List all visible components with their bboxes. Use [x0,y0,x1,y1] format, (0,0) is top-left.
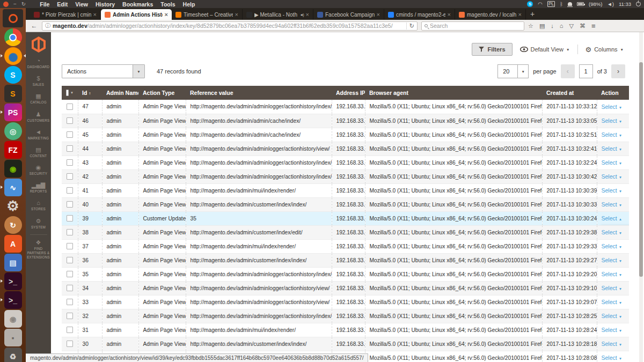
sidebar-item-customers[interactable]: ♟CUSTOMERS [26,108,51,126]
home-icon[interactable]: ⌂ [560,23,564,29]
previous-page-button[interactable]: ‹ [561,64,575,78]
launcher-ubuntu-launcher-icon[interactable] [3,9,23,27]
select-action-link[interactable]: Select [602,145,617,152]
column-header-browser-agent[interactable]: Browser agent [365,86,542,100]
sidebar-item-marketing[interactable]: ◄MARKETING [26,126,51,144]
page-scrollbar-track[interactable] [639,32,643,362]
select-action-link[interactable]: Select [602,271,617,277]
sidebar-item-find-partners-extensions[interactable]: ❖FIND PARTNERS & EXTENSIONS [26,237,51,263]
menu-help[interactable]: Help [183,1,195,8]
sidebar-item-dashboard[interactable]: ◔DASHBOARD [26,55,51,72]
new-tab-button[interactable]: + [530,10,535,18]
volume-icon[interactable]: ◄) [607,1,614,7]
row-checkbox[interactable] [67,257,73,263]
battery-icon[interactable] [577,2,584,6]
row-checkbox[interactable] [67,299,73,305]
column-header-admin-name[interactable]: Admin Name [102,86,138,100]
tab-music-player[interactable]: ▶ Metallica - Nothin◄)× [243,9,313,20]
launcher-nvidia-settings-icon[interactable]: ◉ [4,160,22,178]
tab-magento-local[interactable]: magento.dev / localho× [455,9,526,20]
column-header-reference-value[interactable]: Reference value [186,86,332,100]
select-action-link[interactable]: Select [602,341,617,347]
keyboard-layout-indicator[interactable]: PL [547,1,555,7]
sidebar-item-catalog[interactable]: ▦CATALOG [26,90,51,108]
row-checkbox[interactable] [67,159,73,166]
row-checkbox[interactable] [67,201,73,208]
select-all-control[interactable]: ▼ [66,90,74,96]
extension-icon[interactable]: ⌘ [580,23,586,29]
window-close-button[interactable] [3,2,9,7]
page-size-select[interactable]: 20 ▼ [497,64,529,78]
tab-close-icon[interactable]: × [165,11,168,18]
next-page-button[interactable]: › [611,64,625,78]
sidebar-item-reports[interactable]: ▂▅▇REPORTS [26,179,51,197]
filters-button[interactable]: Filters [472,43,512,56]
select-action-link[interactable]: Select [602,354,617,361]
back-button[interactable]: ← [30,22,38,30]
tab-close-icon[interactable]: × [377,11,380,18]
select-action-link[interactable]: Select [602,299,617,305]
launcher-sublime-text-icon[interactable]: S [4,85,22,102]
select-action-link[interactable]: Select [602,104,617,110]
launcher-system-monitor-icon[interactable]: ∿ [4,179,22,196]
search-input[interactable]: Search [421,21,524,31]
menu-view[interactable]: View [75,1,88,8]
mass-action-select[interactable]: Actions ▼ [62,64,145,78]
sidebar-item-system[interactable]: ⚙SYSTEM [26,215,51,233]
column-header-created-at[interactable]: Created at [542,86,597,100]
window-restore-button[interactable]: ↻ [21,2,26,7]
bookmark-star-icon[interactable]: ☆ [528,23,533,29]
columns-control[interactable]: ⚙ Columns ▼ [586,46,624,53]
tab-magento[interactable]: Admin Actions History× [101,9,172,20]
launcher-terminal-1-icon[interactable]: >_ [4,272,22,290]
column-header-address-ip[interactable]: Address IP [332,86,365,100]
select-action-link[interactable]: Select [602,243,617,249]
page-scrollbar-thumb[interactable] [639,62,643,277]
row-checkbox[interactable] [67,104,73,110]
select-action-link[interactable]: Select [602,131,617,138]
sidebar-item-sales[interactable]: $SALES [26,72,51,90]
row-checkbox[interactable] [67,215,73,221]
tab-close-icon[interactable]: × [93,11,97,18]
launcher-skype-icon[interactable]: S [4,66,22,84]
menu-file[interactable]: File [40,1,49,8]
row-checkbox[interactable] [67,313,73,319]
row-checkbox[interactable] [67,145,73,152]
row-checkbox[interactable] [67,131,73,138]
row-checkbox[interactable] [67,173,73,180]
tab-wordpress-admin[interactable]: * Piotr Pierzak | cminds× [30,9,101,20]
power-icon[interactable] [636,2,641,6]
magento-logo[interactable] [32,36,46,53]
tab-close-icon[interactable]: × [306,11,309,18]
launcher-filezilla-icon[interactable]: FZ [4,141,22,159]
launcher-phpstorm-icon[interactable]: PS [4,104,22,121]
sidebar-item-security[interactable]: ◉SECURITY [26,161,51,179]
row-checkbox[interactable] [67,229,73,235]
select-action-link[interactable]: Select [602,159,617,166]
notifications-bell-icon[interactable] [568,2,572,6]
column-header-id[interactable]: Id↑ [78,86,102,100]
select-action-link[interactable]: Select [602,229,617,235]
tab-audio-icon[interactable]: ◄) [299,13,303,17]
page-number-input[interactable]: 1 [579,64,593,78]
row-checkbox[interactable] [67,327,73,333]
launcher-ubuntu-software-icon[interactable]: A [4,235,22,253]
downloads-icon[interactable]: ↓ [551,23,554,29]
select-action-link[interactable]: Select [602,313,617,319]
column-header-action[interactable]: Action [597,86,629,100]
row-checkbox[interactable] [67,271,73,277]
row-checkbox[interactable] [67,243,73,249]
tab-close-icon[interactable]: × [518,11,522,18]
menu-bookmarks[interactable]: Bookmarks [122,1,153,8]
shield-extension-icon[interactable]: ▽ [569,23,573,29]
row-checkbox[interactable] [67,117,73,124]
tab-close-icon[interactable]: × [235,11,238,18]
menu-edit[interactable]: Edit [57,1,68,8]
site-info-icon[interactable]: ⓘ [45,22,50,29]
launcher-disk-utility-icon[interactable]: ▪ [4,329,22,346]
sidebar-item-content[interactable]: ▤CONTENT [26,144,51,161]
select-action-link[interactable]: Select [602,257,617,263]
select-all-checkbox[interactable] [66,90,69,96]
row-checkbox[interactable] [67,341,73,347]
launcher-atom-editor-icon[interactable]: ◎ [4,122,22,140]
